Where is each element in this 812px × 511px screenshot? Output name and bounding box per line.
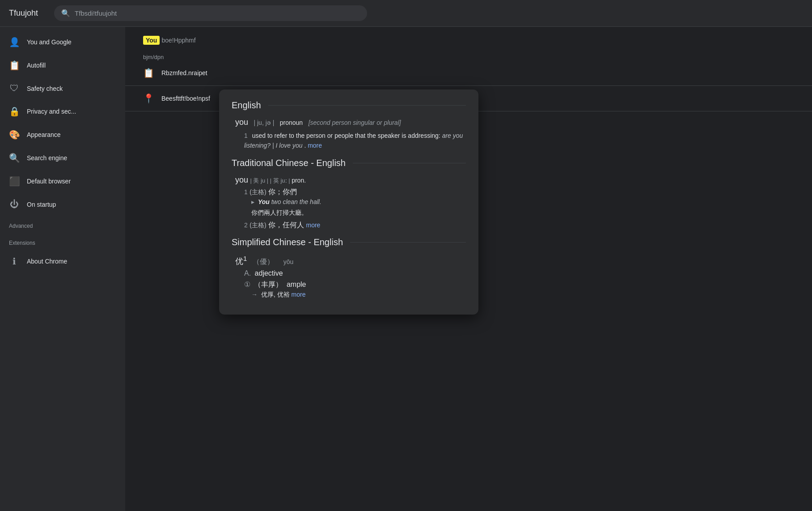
def-chars: 你；你們 (268, 188, 297, 196)
browser-icon: ⬛ (9, 176, 20, 187)
def-bracket: (主格) (250, 221, 266, 229)
sidebar-item-privacy[interactable]: 🔒 Privacy and sec... (0, 100, 122, 123)
sidebar-item-label: Default browser (27, 178, 71, 185)
row-text: Beesfttft!boe!npsf (161, 95, 210, 102)
dict-pos-detail: [second person singular or plural] (309, 119, 401, 126)
main-layout: 👤 You and Google 📋 Autofill 🛡 Safety che… (0, 27, 812, 511)
dict-trad-def2: 2 (主格) 你，任何人 more (244, 221, 466, 230)
def-number: 1 (244, 132, 248, 139)
def-bracket: (主格) (250, 188, 266, 196)
dict-english-entry: you | ju, jə | pronoun [second person si… (232, 118, 466, 151)
dict-word-simp: 优1 (235, 257, 249, 266)
breadcrumb-rest: boe!Hpphmf (161, 37, 195, 44)
dict-simplified-entry: 优1 （優） yōu A. adjective ① （丰厚） ample → 优… (232, 255, 466, 300)
sidebar-item-label: Appearance (27, 131, 61, 138)
sidebar-item-safety-check[interactable]: 🛡 Safety check (0, 77, 122, 100)
dict-more-link[interactable]: more (308, 142, 322, 149)
breadcrumb-you: You (143, 36, 160, 45)
dict-word: you (235, 118, 248, 127)
search-bar[interactable]: 🔍 Tfbsdi!tfuujoht (54, 5, 367, 21)
pos-text: adjective (255, 269, 283, 277)
pos-label: A. (244, 269, 251, 277)
sidebar: 👤 You and Google 📋 Autofill 🛡 Safety che… (0, 27, 125, 511)
bullet-icon: ▸ (251, 198, 254, 205)
def-number: 1 (244, 188, 248, 196)
sidebar-item-you-and-google[interactable]: 👤 You and Google (0, 30, 122, 54)
sidebar-item-label: Search engine (27, 154, 67, 162)
sidebar-item-label: Autofill (27, 62, 46, 69)
url-area: bjm/dpn (125, 54, 812, 60)
example-bold: You (258, 198, 270, 205)
dict-trad-def1: 1 (主格) 你；你們 (244, 187, 466, 197)
topbar: Tfuujoht 🔍 Tfbsdi!tfuujoht (0, 0, 812, 27)
dict-definition: 1 used to refer to the person or people … (244, 131, 466, 151)
dict-more-link-simp[interactable]: more (292, 291, 306, 298)
row-icon: 📋 (143, 68, 154, 78)
dictionary-popup: English you | ju, jə | pronoun [second p… (219, 89, 478, 315)
def-number: 2 (244, 221, 248, 229)
def-bracket: （丰厚） (254, 281, 283, 288)
sidebar-item-label: You and Google (27, 38, 72, 46)
search-icon: 🔍 (61, 9, 70, 17)
dict-pos: pronoun (280, 119, 303, 126)
breadcrumb: You boe!Hpphmf (125, 27, 812, 54)
sidebar-item-appearance[interactable]: 🎨 Appearance (0, 123, 122, 146)
url-text: bjm/dpn (143, 54, 164, 60)
palette-icon: 🎨 (9, 129, 20, 140)
dict-section-simplified: Simplified Chinese - English (232, 237, 466, 247)
dict-simp-def1: ① （丰厚） ample (244, 280, 466, 290)
arrow-icon: → (251, 291, 258, 298)
example-rest: two clean the hall. (271, 198, 321, 205)
dict-word-trad: you (235, 175, 248, 184)
dict-phonetic: | ju, jə | (254, 119, 274, 126)
shield-icon: 🛡 (9, 83, 20, 94)
search-input-text: Tfbsdi!tfuujoht (75, 9, 117, 17)
sidebar-item-autofill[interactable]: 📋 Autofill (0, 54, 122, 77)
about-icon: ℹ (9, 256, 20, 267)
advanced-section-label: Advanced (0, 216, 125, 233)
location-icon: 📍 (143, 93, 154, 104)
def-text: 你，任何人 (268, 221, 304, 229)
power-icon: ⏻ (9, 199, 20, 209)
dict-simp-examples: → 优厚, 优裕 more (251, 290, 466, 300)
content-row: 📋 Rbzmfed.nraipet (125, 60, 812, 86)
row-text: Rbzmfed.nraipet (161, 69, 207, 77)
sidebar-item-label: About Chrome (27, 258, 67, 265)
lock-icon: 🔒 (9, 106, 20, 117)
sidebar-item-on-startup[interactable]: ⏻ On startup (0, 193, 122, 216)
search-icon: 🔍 (9, 153, 20, 163)
dict-traditional-entry: you | 美 ju | | 英 juː | pron. 1 (主格) 你；你們… (232, 175, 466, 230)
simp-example-text: 优厚, 优裕 (261, 291, 290, 298)
sidebar-item-label: On startup (27, 201, 56, 208)
def-text-simp: ample (287, 281, 306, 288)
dict-phonetic-zh: | 美 ju | | 英 juː | (250, 177, 292, 184)
dict-pos-trad: pron. (292, 177, 306, 184)
content-area: You boe!Hpphmf bjm/dpn 📋 Rbzmfed.nraipet… (125, 27, 812, 511)
app-title: Tfuujoht (9, 9, 38, 18)
extensions-section-label: Extensions (0, 233, 125, 250)
dict-section-english: English (232, 100, 466, 111)
sidebar-item-about-chrome[interactable]: ℹ About Chrome (0, 250, 122, 273)
dict-more-link-trad[interactable]: more (306, 221, 320, 229)
dict-section-traditional: Traditional Chinese - English (232, 158, 466, 168)
dict-pinyin: yōu (283, 258, 294, 265)
def-text: used to refer to the person or people th… (252, 132, 440, 139)
example-zh: 你們兩人打掃大廳。 (251, 209, 308, 216)
sidebar-item-label: Safety check (27, 85, 63, 92)
dict-simp-pos: A. adjective (244, 269, 466, 277)
clipboard-icon: 📋 (9, 60, 20, 71)
def-circle-num: ① (244, 281, 250, 288)
dict-trad-example: ▸ You two clean the hall. 你們兩人打掃大廳。 (251, 197, 466, 218)
sidebar-item-search-engine[interactable]: 🔍 Search engine (0, 146, 122, 170)
sidebar-item-label: Privacy and sec... (27, 108, 76, 115)
dict-trad-form: （優） (253, 258, 274, 265)
sidebar-item-default-browser[interactable]: ⬛ Default browser (0, 170, 122, 193)
person-icon: 👤 (9, 37, 20, 47)
